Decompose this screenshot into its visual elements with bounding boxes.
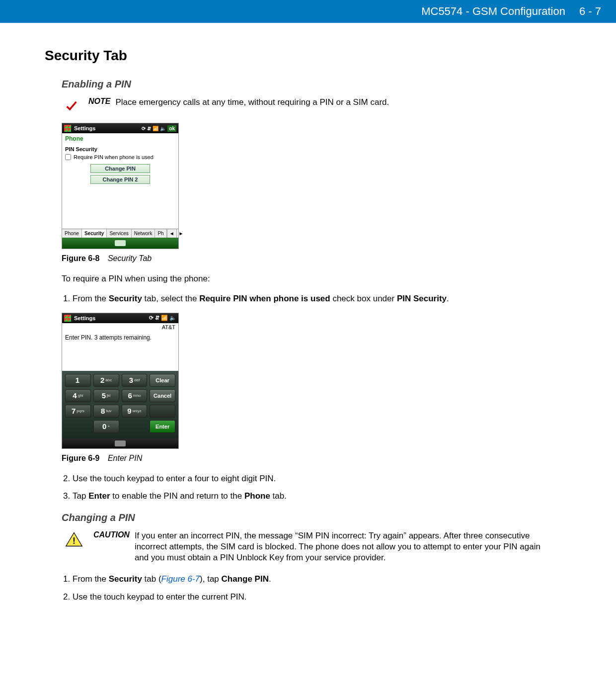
figure-6-9-screenshot: Settings ⟳ ⇵ 📶 🔈 AT&T Enter PIN. 3 attem… xyxy=(62,313,179,449)
change-pin-button[interactable]: Change PIN xyxy=(90,164,150,173)
t: 2 xyxy=(100,376,104,384)
tab-services[interactable]: Services xyxy=(107,229,131,238)
pin-security-label: PIN Security xyxy=(65,146,175,152)
device2-titlebar: Settings ⟳ ⇵ 📶 🔈 xyxy=(62,313,178,323)
key-0[interactable]: 0+ xyxy=(93,420,119,433)
enable-steps-1: From the Security tab, select the Requir… xyxy=(62,293,571,305)
t: 8 xyxy=(101,407,105,415)
enable-step-1: From the Security tab, select the Requir… xyxy=(73,293,571,305)
key-7[interactable]: 7pqrs xyxy=(65,405,91,418)
sync-icon: ⟳ xyxy=(149,315,154,321)
t: Enter xyxy=(88,491,110,501)
t: abc xyxy=(105,378,112,382)
tab-security[interactable]: Security xyxy=(82,229,107,238)
enter-pin-message: Enter PIN. 3 attempts remaining. xyxy=(62,331,178,371)
checkmark-icon xyxy=(62,97,81,113)
figure-6-8-number: Figure 6-8 xyxy=(62,254,99,262)
t: Phone xyxy=(244,491,270,501)
status-icons: ⟳ ⇵ 📶 🔈 xyxy=(149,315,176,321)
device1-title: Settings xyxy=(74,125,142,131)
tab-phone[interactable]: Phone xyxy=(62,229,82,238)
t: PIN Security xyxy=(397,294,447,303)
tab-scroll-right-icon[interactable]: ► xyxy=(176,229,186,238)
note-text: Place emergency calls at any time, witho… xyxy=(115,97,389,108)
device1-subtitle: Phone xyxy=(62,133,178,144)
device2-bottombar xyxy=(62,438,178,448)
tab-network[interactable]: Network xyxy=(132,229,155,238)
t: tab ( xyxy=(142,574,161,584)
key-4[interactable]: 4ghi xyxy=(65,389,91,402)
sync-icon: ⟳ xyxy=(142,126,146,131)
caution-icon: ! xyxy=(62,530,86,547)
change-steps: From the Security tab (Figure 6-7), tap … xyxy=(62,573,571,603)
t: From the xyxy=(73,294,109,303)
key-1[interactable]: 1 xyxy=(65,374,91,387)
require-pin-checkbox[interactable]: Require PIN when phone is used xyxy=(65,154,175,160)
t: wxyz xyxy=(133,409,142,413)
figure-6-8-title: Security Tab xyxy=(108,254,152,262)
carrier-label: AT&T xyxy=(62,323,178,331)
device1-bottombar xyxy=(62,238,178,249)
caution-label: CAUTION xyxy=(93,530,130,539)
require-pin-checkbox-input[interactable] xyxy=(65,154,71,160)
header-page-number: 6 - 7 xyxy=(579,5,601,18)
keyboard-icon[interactable] xyxy=(115,240,126,246)
key-6[interactable]: 6mno xyxy=(122,389,148,402)
device1-tabs: Phone Security Services Network Ph ◄ ► xyxy=(62,229,178,238)
key-9[interactable]: 9wxyz xyxy=(122,405,148,418)
volume-icon: 🔈 xyxy=(169,315,176,321)
change-step-2: Use the touch keypad to enter the curren… xyxy=(73,591,571,603)
t: 1 xyxy=(76,376,79,384)
t: tuv xyxy=(106,409,111,413)
enable-step-3: Tap Enter to enable the PIN and return t… xyxy=(73,490,571,502)
t: ), tap xyxy=(200,574,221,584)
figure-6-9-caption: Figure 6-9 Enter PIN xyxy=(62,454,571,463)
t: 7 xyxy=(72,407,76,415)
enable-step-2: Use the touch keypad to enter a four to … xyxy=(73,473,571,485)
change-pin-2-button[interactable]: Change PIN 2 xyxy=(90,175,150,184)
tab-scroll: ◄ ► xyxy=(167,229,186,238)
caution-block: ! CAUTION If you enter an incorrect PIN,… xyxy=(62,530,571,563)
connectivity-icon: ⇵ xyxy=(155,315,159,321)
tab-scroll-left-icon[interactable]: ◄ xyxy=(167,229,176,238)
signal-icon: 📶 xyxy=(161,315,168,321)
status-icons: ⟳ ⇵ 📶 🔈 ok xyxy=(142,125,176,132)
key-8[interactable]: 8tuv xyxy=(93,405,119,418)
header-title: MC5574 - GSM Configuration xyxy=(421,5,565,18)
svg-text:!: ! xyxy=(73,536,76,546)
clear-button[interactable]: Clear xyxy=(150,374,175,387)
subsection-enabling-pin: Enabling a PIN xyxy=(62,79,571,90)
key-2[interactable]: 2abc xyxy=(93,374,119,387)
ok-button[interactable]: ok xyxy=(167,125,176,132)
t: Change PIN xyxy=(222,574,269,584)
key-5[interactable]: 5jkl xyxy=(93,389,119,402)
t: def xyxy=(134,378,140,382)
t: . xyxy=(447,294,449,303)
page-content: Security Tab Enabling a PIN NOTE Place e… xyxy=(0,23,616,626)
device2-title: Settings xyxy=(74,315,149,321)
key-3[interactable]: 3def xyxy=(122,374,148,387)
cancel-button[interactable]: Cancel xyxy=(150,389,175,402)
touch-keypad: 1 2abc 3def Clear 4ghi 5jkl 6mno Cancel … xyxy=(62,371,178,438)
enter-button[interactable]: Enter xyxy=(150,420,175,433)
figure-6-8-screenshot: Settings ⟳ ⇵ 📶 🔈 ok Phone PIN Security R… xyxy=(62,123,179,249)
key-blank xyxy=(150,405,175,418)
start-icon xyxy=(64,125,71,132)
t: tab, select the xyxy=(142,294,199,303)
t: 5 xyxy=(102,391,106,400)
require-pin-checkbox-label: Require PIN when phone is used xyxy=(74,154,154,160)
t: pqrs xyxy=(77,409,84,413)
t: Security xyxy=(109,574,142,584)
tab-more[interactable]: Ph xyxy=(155,229,166,238)
enable-intro: To require a PIN when using the phone: xyxy=(62,273,571,285)
t: + xyxy=(107,424,110,429)
t: ghi xyxy=(78,393,83,398)
caution-text: If you enter an incorrect PIN, the messa… xyxy=(135,530,542,563)
figure-6-8-caption: Figure 6-8 Security Tab xyxy=(62,254,571,263)
t: 6 xyxy=(128,391,132,400)
keyboard-icon[interactable] xyxy=(115,440,126,446)
figure-6-7-xref[interactable]: Figure 6-7 xyxy=(161,574,200,584)
connectivity-icon: ⇵ xyxy=(147,126,151,131)
volume-icon: 🔈 xyxy=(160,126,166,131)
t: 9 xyxy=(127,407,131,415)
